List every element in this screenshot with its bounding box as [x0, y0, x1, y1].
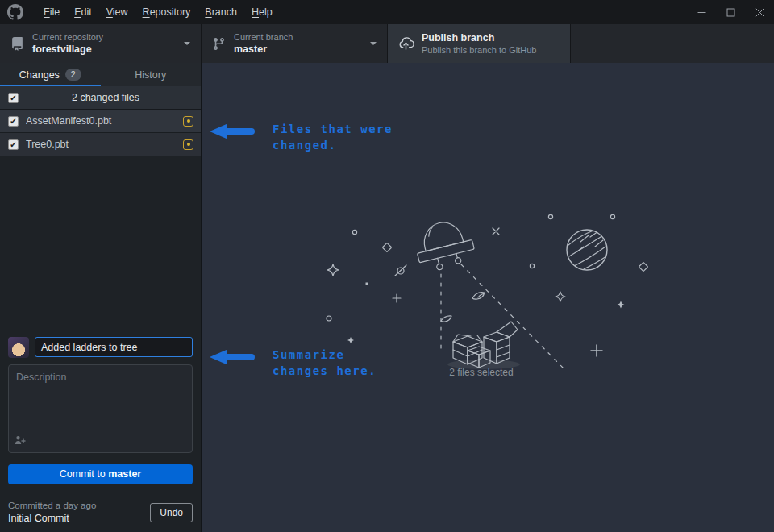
commit-button[interactable]: Commit to master [8, 464, 193, 484]
minimize-icon [697, 8, 706, 17]
minimize-button[interactable] [687, 0, 716, 24]
main-panel: 2 files selected Files that werechanged.… [202, 63, 774, 532]
window-controls [687, 0, 774, 24]
current-repository-value: forestvillage [32, 43, 103, 56]
current-repository-label: Current repository [32, 31, 103, 43]
current-branch-dropdown[interactable]: Current branch master [202, 24, 388, 63]
tab-history[interactable]: History [101, 63, 202, 86]
add-coauthor-icon[interactable] [15, 434, 26, 448]
title-bar: File Edit View Repository Branch Help [0, 0, 774, 24]
commit-description-input[interactable] [8, 364, 193, 453]
committed-time-text: Committed a day ago [8, 500, 96, 513]
sidebar-spacer [0, 156, 201, 329]
arrow-left-icon [210, 348, 255, 366]
close-icon [755, 8, 764, 17]
menu-bar: File Edit View Repository Branch Help [36, 0, 280, 24]
current-repository-dropdown[interactable]: Current repository forestvillage [0, 24, 202, 63]
files-selected-caption: 2 files selected [417, 367, 546, 378]
chevron-down-icon [370, 42, 377, 45]
file-name: AssetManifest0.pbt [26, 115, 183, 127]
close-button[interactable] [745, 0, 774, 24]
toolbar: Current repository forestvillage Current… [0, 24, 774, 63]
arrow-left-icon [210, 123, 255, 140]
annotation-text: Files that werechanged. [273, 121, 393, 153]
changed-files-header: ✔ 2 changed files [0, 86, 201, 110]
annotation-text: Summarizechanges here. [273, 347, 377, 379]
publish-branch-subtitle: Publish this branch to GitHub [422, 44, 536, 56]
annotation-summarize: Summarizechanges here. [210, 347, 377, 379]
commit-button-prefix: Commit to [60, 468, 108, 480]
tab-changes[interactable]: Changes 2 [0, 63, 101, 86]
menu-help[interactable]: Help [244, 0, 280, 24]
repo-icon [10, 37, 24, 51]
file-row[interactable]: ✔ Tree0.pbt [0, 133, 201, 156]
maximize-icon [726, 8, 735, 17]
annotation-files-changed: Files that werechanged. [210, 121, 393, 153]
git-branch-icon [212, 37, 226, 51]
current-branch-label: Current branch [234, 31, 293, 43]
undo-button[interactable]: Undo [150, 503, 193, 522]
cloud-upload-icon [398, 36, 414, 52]
content-area: Changes 2 History ✔ 2 changed files ✔ As… [0, 63, 774, 532]
commit-form: Added ladders to tree Commit to master [0, 329, 201, 493]
menu-file[interactable]: File [36, 0, 67, 24]
commit-summary-input[interactable]: Added ladders to tree [35, 337, 193, 357]
publish-branch-button[interactable]: Publish branch Publish this branch to Gi… [388, 24, 571, 63]
text-cursor [139, 342, 139, 353]
last-commit-message: Initial Commit [8, 512, 96, 526]
maximize-button[interactable] [716, 0, 745, 24]
modified-status-icon [183, 116, 194, 127]
changes-count-badge: 2 [65, 69, 81, 81]
file-checkbox[interactable]: ✔ [8, 139, 19, 150]
tab-changes-label: Changes [19, 69, 60, 81]
file-row[interactable]: ✔ AssetManifest0.pbt [0, 110, 201, 133]
changes-sidebar: Changes 2 History ✔ 2 changed files ✔ As… [0, 63, 202, 532]
select-all-checkbox[interactable]: ✔ [8, 93, 19, 103]
github-logo-icon [7, 4, 23, 20]
menu-edit[interactable]: Edit [67, 0, 99, 24]
file-checkbox[interactable]: ✔ [8, 116, 19, 127]
tab-history-label: History [135, 69, 166, 81]
chevron-down-icon [184, 42, 190, 45]
publish-branch-title: Publish branch [422, 31, 536, 44]
commit-button-branch: master [108, 468, 141, 480]
menu-branch[interactable]: Branch [198, 0, 244, 24]
avatar [8, 337, 29, 358]
github-desktop-window: File Edit View Repository Branch Help [0, 0, 774, 532]
file-name: Tree0.pbt [26, 139, 183, 150]
modified-status-icon [183, 139, 194, 150]
current-branch-value: master [234, 43, 293, 56]
last-commit-bar: Committed a day ago Initial Commit Undo [0, 493, 201, 532]
menu-view[interactable]: View [99, 0, 135, 24]
sidebar-tabs: Changes 2 History [0, 63, 201, 86]
changed-files-count: 2 changed files [19, 92, 193, 103]
commit-summary-value: Added ladders to tree [41, 342, 138, 353]
menu-repository[interactable]: Repository [135, 0, 198, 24]
